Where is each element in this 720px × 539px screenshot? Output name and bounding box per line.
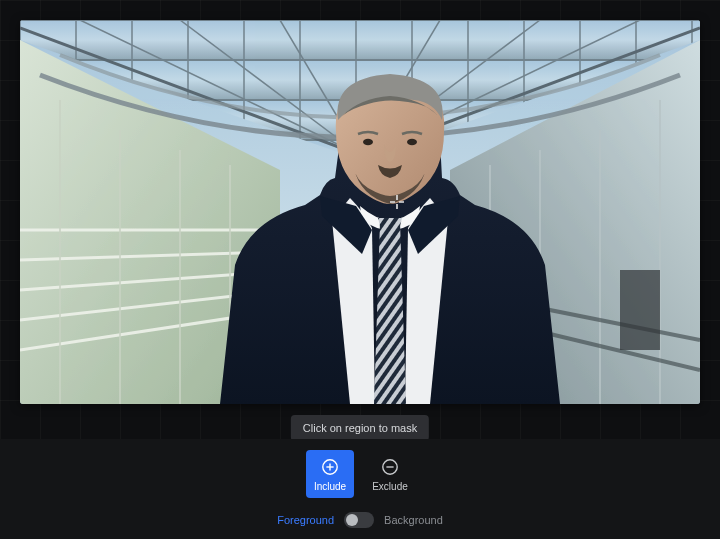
include-mode-button[interactable]: Include xyxy=(306,450,354,498)
layer-toggle-row: Foreground Background xyxy=(277,512,443,528)
include-label: Include xyxy=(314,481,346,492)
mask-mode-row: Include Exclude xyxy=(306,450,414,498)
preview-image xyxy=(20,20,700,404)
switch-knob xyxy=(346,514,358,526)
exclude-label: Exclude xyxy=(372,481,408,492)
minus-circle-icon xyxy=(380,457,400,477)
mask-hint-text: Click on region to mask xyxy=(303,422,417,434)
preview-canvas[interactable] xyxy=(20,20,700,404)
svg-point-31 xyxy=(363,139,373,145)
mask-hint-tooltip: Click on region to mask xyxy=(291,415,429,441)
exclude-mode-button[interactable]: Exclude xyxy=(366,450,414,498)
background-label[interactable]: Background xyxy=(384,514,443,526)
svg-point-32 xyxy=(407,139,417,145)
bottom-toolbar: Include Exclude Foreground Background xyxy=(0,439,720,539)
layer-toggle-switch[interactable] xyxy=(344,512,374,528)
svg-rect-30 xyxy=(620,270,660,350)
foreground-label[interactable]: Foreground xyxy=(277,514,334,526)
plus-circle-icon xyxy=(320,457,340,477)
